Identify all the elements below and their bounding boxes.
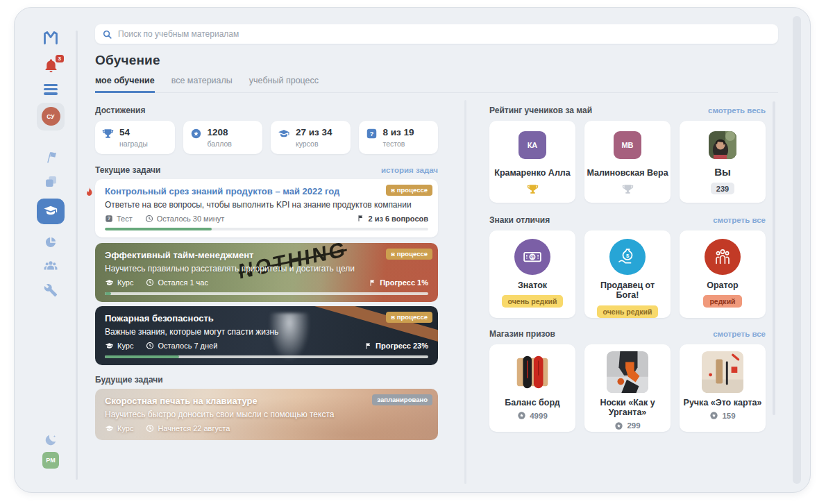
stat-points[interactable]: 1208 баллов <box>183 121 263 154</box>
tab-all-materials[interactable]: все материалы <box>171 76 233 92</box>
flame-icon <box>84 186 95 199</box>
student-name: Крамаренко Алла <box>489 168 575 178</box>
graduation-cap-icon <box>43 203 58 219</box>
search-input[interactable] <box>118 29 771 39</box>
rating-title: Рейтинг учеников за май <box>489 106 592 115</box>
rating-see-all-link[interactable]: смотреть весь <box>708 106 766 115</box>
app-window: 3 СУ PM <box>14 7 811 493</box>
badge-card-orator[interactable]: Оратор редкий <box>680 230 766 318</box>
task-type: Курс <box>117 342 133 350</box>
sidebar-item-materials[interactable] <box>44 174 58 189</box>
user-avatar[interactable]: СУ <box>37 103 65 131</box>
shop-card-balance-board[interactable]: Баланс борд 4999 <box>489 344 575 432</box>
achievements-title: Достижения <box>95 106 438 115</box>
task-card-fire-safety[interactable]: Пожарная безопасность в процессе Важные … <box>95 306 438 365</box>
window-scrollbar[interactable] <box>793 16 801 484</box>
graduation-cap-icon <box>105 342 114 351</box>
task-title[interactable]: Контрольный срез знаний продуктов – май … <box>105 186 428 196</box>
flag-icon <box>43 149 58 165</box>
silver-trophy-icon <box>622 183 634 195</box>
shop-see-all-link[interactable]: смотреть все <box>713 330 766 338</box>
stat-courses[interactable]: 27 из 34 курсов <box>271 121 351 154</box>
product-image-pen <box>702 351 743 393</box>
rating-card-you[interactable]: Вы 239 <box>680 121 766 203</box>
product-name: Ручка «Это карта» <box>680 398 766 408</box>
stat-awards[interactable]: 54 награды <box>95 121 175 154</box>
task-title[interactable]: Эффективный тайм-менеджмент <box>105 250 428 260</box>
sidebar-item-settings[interactable] <box>44 283 58 297</box>
rating-card-1[interactable]: КА Крамаренко Алла <box>489 121 575 203</box>
task-description: Ответьте на все вопросы, чтобы выполнить… <box>105 200 428 210</box>
tab-my-learning[interactable]: мое обучение <box>95 76 155 93</box>
shop-card-pen[interactable]: Ручка «Это карта» 159 <box>680 344 766 432</box>
status-badge: запланировано <box>372 394 432 405</box>
rarity-badge: очень редкий <box>597 305 659 318</box>
tab-bar: мое обучение все материалы учебный проце… <box>95 76 778 93</box>
search-bar[interactable] <box>95 24 778 44</box>
progress-bar <box>105 292 428 295</box>
speaker-people-icon <box>712 246 733 267</box>
task-time-left: Осталось 7 дней <box>158 342 217 350</box>
coin-icon <box>709 411 718 420</box>
achievements-stats: 54 награды 1208 баллов 27 из 34 курсов <box>95 121 438 154</box>
stat-value: 54 <box>119 127 148 138</box>
trophy-icon <box>102 128 114 140</box>
clock-icon <box>146 424 154 432</box>
app-logo[interactable] <box>42 29 59 46</box>
task-meta: Курс Осталось 7 дней Прогресс 23% <box>105 342 428 351</box>
menu-button[interactable] <box>44 84 58 95</box>
search-icon <box>102 29 112 40</box>
current-tasks-header: Текущие задачи история задач <box>95 165 438 175</box>
sidebar-item-flag[interactable] <box>43 149 58 165</box>
task-history-link[interactable]: история задач <box>381 166 438 174</box>
sidebar-scrollbar[interactable] <box>76 31 78 480</box>
rating-card-2[interactable]: МВ Малиновская Вера <box>584 121 671 203</box>
logo-m-icon <box>42 29 59 46</box>
notification-badge: 3 <box>56 55 63 62</box>
avatar: МВ <box>614 131 641 159</box>
column-divider <box>464 100 466 484</box>
shop-cards: Баланс борд 4999 Носки «Как у Урганта» 2… <box>489 344 766 432</box>
rating-cards: КА Крамаренко Алла МВ Малиновская Вера В… <box>489 121 766 203</box>
task-meta: Курс Остался 1 час Прогресс 1% <box>105 278 428 287</box>
progress-bar <box>105 355 428 358</box>
stat-tests[interactable]: ? 8 из 19 тестов <box>359 121 439 154</box>
task-progress-text: 2 из 6 вопросов <box>368 215 428 223</box>
badge-card-znatok[interactable]: $ Знаток очень редкий <box>489 230 575 318</box>
tab-learning-process[interactable]: учебный процесс <box>249 76 319 92</box>
sidebar-item-analytics[interactable] <box>44 235 58 249</box>
sidebar-item-people[interactable] <box>43 258 58 274</box>
task-card-typing[interactable]: Скоростная печать на клавиатуре запланир… <box>95 389 438 440</box>
workspace-avatar[interactable]: PM <box>42 452 59 469</box>
task-card-test[interactable]: Контрольный срез знаний продуктов – май … <box>95 179 438 237</box>
copy-icon <box>44 174 58 189</box>
product-price: 299 <box>627 421 640 430</box>
widgets-scrollbar[interactable] <box>773 101 775 415</box>
task-description: Важные знания, которые могут спасти жизн… <box>105 327 428 337</box>
sidebar-item-learning-active[interactable] <box>37 199 65 224</box>
money-hand-icon: $ <box>617 246 638 267</box>
notifications-button[interactable]: 3 <box>43 58 59 74</box>
flag-marker-icon <box>357 215 364 222</box>
task-title[interactable]: Пожарная безопасность <box>105 313 428 324</box>
users-icon <box>43 258 58 274</box>
task-meta: ? Тест Осталось 30 минут 2 из 6 вопросов <box>105 215 428 223</box>
avatar-initials: СУ <box>42 107 60 126</box>
graduation-cap-icon <box>105 278 114 287</box>
shop-header: Магазин призов смотреть все <box>489 329 766 339</box>
task-description: Научитесь правильно расставлять приорите… <box>105 264 428 274</box>
student-name: Малиновская Вера <box>584 168 671 178</box>
clock-icon <box>146 342 154 350</box>
svg-text:$: $ <box>531 255 534 260</box>
task-progress-text: Прогресс 1% <box>380 278 428 287</box>
task-card-time-management[interactable]: NOTHING Эффективный тайм-менеджмент в пр… <box>95 243 438 302</box>
graduation-cap-icon <box>278 128 290 140</box>
wrench-icon <box>44 283 58 297</box>
shop-card-socks[interactable]: Носки «Как у Урганта» 299 <box>584 344 671 432</box>
badges-see-all-link[interactable]: смотреть все <box>713 216 766 224</box>
svg-text:?: ? <box>108 216 110 221</box>
dark-mode-toggle[interactable] <box>44 433 58 447</box>
student-name: Вы <box>680 166 766 178</box>
product-image-balance-board <box>512 351 553 393</box>
badge-card-seller[interactable]: $ Продавец от Бога! очень редкий <box>584 230 671 318</box>
